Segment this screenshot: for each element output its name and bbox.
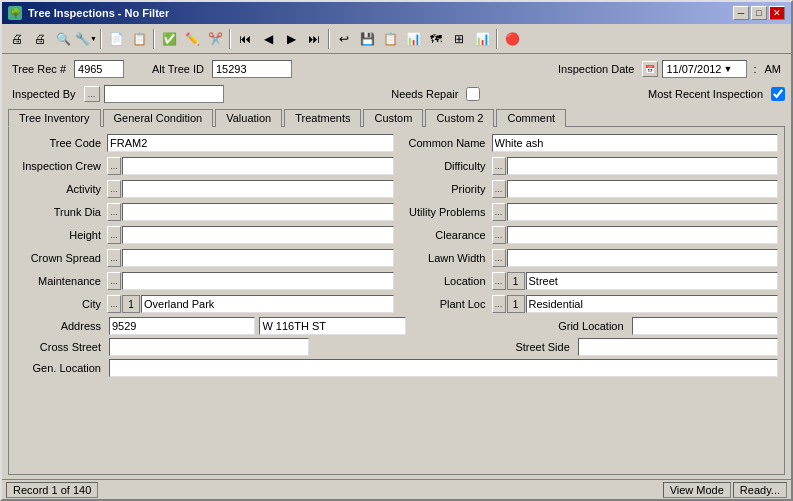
maintenance-input: … <box>107 272 394 290</box>
location-field[interactable] <box>526 272 779 290</box>
gen-location-field[interactable] <box>109 359 778 377</box>
list-btn[interactable]: 📋 <box>128 28 150 50</box>
clearance-field[interactable] <box>507 226 779 244</box>
last-btn[interactable]: ⏭ <box>303 28 325 50</box>
tree-code-field[interactable] <box>107 134 394 152</box>
report-btn[interactable]: 📊 <box>471 28 493 50</box>
maintenance-field[interactable] <box>122 272 394 290</box>
delete-btn[interactable]: 🔴 <box>501 28 523 50</box>
clearance-ellipsis[interactable]: … <box>492 226 506 244</box>
crown-spread-field[interactable] <box>122 249 394 267</box>
location-ellipsis[interactable]: … <box>492 272 506 290</box>
maximize-button[interactable]: □ <box>751 6 767 20</box>
first-btn[interactable]: ⏮ <box>234 28 256 50</box>
find-button[interactable]: 🔍 <box>52 28 74 50</box>
plant-loc-label: Plant Loc <box>400 298 490 310</box>
grid-location-field[interactable] <box>632 317 778 335</box>
edit-btn[interactable]: ✏️ <box>181 28 203 50</box>
inspection-crew-field[interactable] <box>122 157 394 175</box>
tab-tree-inventory[interactable]: Tree Inventory <box>8 109 101 127</box>
difficulty-field[interactable] <box>507 157 779 175</box>
difficulty-ellipsis[interactable]: … <box>492 157 506 175</box>
address-street-field[interactable] <box>259 317 405 335</box>
sep1 <box>100 29 102 49</box>
tab-custom2[interactable]: Custom 2 <box>425 109 494 127</box>
inspection-date-field[interactable]: 11/07/2012 ▼ <box>662 60 747 78</box>
inspected-by-ellipsis[interactable]: … <box>84 86 100 102</box>
check-btn[interactable]: ✅ <box>158 28 180 50</box>
height-ellipsis[interactable]: … <box>107 226 121 244</box>
maintenance-label: Maintenance <box>15 275 105 287</box>
tab-content: Tree Code Inspection Crew … <box>8 127 785 475</box>
cut-btn[interactable]: ✂️ <box>204 28 226 50</box>
cross-street-section: Cross Street Street Side <box>15 338 778 356</box>
address-num-field[interactable] <box>109 317 255 335</box>
street-side-label: Street Side <box>511 341 573 353</box>
undo-btn[interactable]: ↩ <box>333 28 355 50</box>
plant-loc-num: 1 <box>507 295 525 313</box>
common-name-field[interactable] <box>492 134 779 152</box>
inspected-by-field[interactable] <box>104 85 224 103</box>
inspection-date-label: Inspection Date <box>554 63 638 75</box>
new-button[interactable]: 🖨 <box>6 28 28 50</box>
maintenance-ellipsis[interactable]: … <box>107 272 121 290</box>
utility-problems-field[interactable] <box>507 203 779 221</box>
save-btn[interactable]: 💾 <box>356 28 378 50</box>
lawn-width-ellipsis[interactable]: … <box>492 249 506 267</box>
chart-btn[interactable]: 📊 <box>402 28 424 50</box>
city-field[interactable] <box>141 295 394 313</box>
crown-spread-ellipsis[interactable]: … <box>107 249 121 267</box>
cross-street-field[interactable] <box>109 338 309 356</box>
inspection-crew-label: Inspection Crew <box>15 160 105 172</box>
right-column: Common Name Difficulty … <box>400 133 779 314</box>
inspection-crew-ellipsis[interactable]: … <box>107 157 121 175</box>
alt-tree-id-label: Alt Tree ID <box>148 63 208 75</box>
minimize-button[interactable]: ─ <box>733 6 749 20</box>
grid-btn[interactable]: ⊞ <box>448 28 470 50</box>
trunk-dia-ellipsis[interactable]: … <box>107 203 121 221</box>
tab-general-condition[interactable]: General Condition <box>103 109 214 127</box>
map-btn[interactable]: 🗺 <box>425 28 447 50</box>
common-name-row: Common Name <box>400 133 779 153</box>
close-button[interactable]: ✕ <box>769 6 785 20</box>
prev-btn[interactable]: ◀ <box>257 28 279 50</box>
tab-custom[interactable]: Custom <box>363 109 423 127</box>
activity-ellipsis[interactable]: … <box>107 180 121 198</box>
lawn-width-field[interactable] <box>507 249 779 267</box>
next-btn[interactable]: ▶ <box>280 28 302 50</box>
toolbar-menu-btn[interactable]: 🔧▼ <box>75 28 97 50</box>
plant-loc-ellipsis[interactable]: … <box>492 295 506 313</box>
clearance-label: Clearance <box>400 229 490 241</box>
activity-field[interactable] <box>122 180 394 198</box>
utility-problems-ellipsis[interactable]: … <box>492 203 506 221</box>
tab-comment[interactable]: Comment <box>496 109 566 127</box>
street-side-field[interactable] <box>578 338 778 356</box>
utility-problems-label: Utility Problems <box>400 206 490 218</box>
print-button[interactable]: 🖨 <box>29 28 51 50</box>
tab-treatments[interactable]: Treatments <box>284 109 361 127</box>
copy-btn[interactable]: 📋 <box>379 28 401 50</box>
crown-spread-row: Crown Spread … <box>15 248 394 268</box>
plant-loc-field[interactable] <box>526 295 779 313</box>
tab-valuation[interactable]: Valuation <box>215 109 282 127</box>
needs-repair-checkbox[interactable] <box>466 87 480 101</box>
most-recent-checkbox[interactable] <box>771 87 785 101</box>
trunk-dia-row: Trunk Dia … <box>15 202 394 222</box>
city-num: 1 <box>122 295 140 313</box>
location-num: 1 <box>507 272 525 290</box>
page-btn[interactable]: 📄 <box>105 28 127 50</box>
most-recent-label: Most Recent Inspection <box>644 88 767 100</box>
lawn-width-label: Lawn Width <box>400 252 490 264</box>
lawn-width-input: … <box>492 249 779 267</box>
clearance-input: … <box>492 226 779 244</box>
priority-ellipsis[interactable]: … <box>492 180 506 198</box>
activity-label: Activity <box>15 183 105 195</box>
city-ellipsis[interactable]: … <box>107 295 121 313</box>
lawn-width-row: Lawn Width … <box>400 248 779 268</box>
calendar-icon[interactable]: 📅 <box>642 61 658 77</box>
height-field[interactable] <box>122 226 394 244</box>
trunk-dia-field[interactable] <box>122 203 394 221</box>
ready-status: Ready... <box>733 482 787 498</box>
location-input: … 1 <box>492 272 779 290</box>
priority-field[interactable] <box>507 180 779 198</box>
